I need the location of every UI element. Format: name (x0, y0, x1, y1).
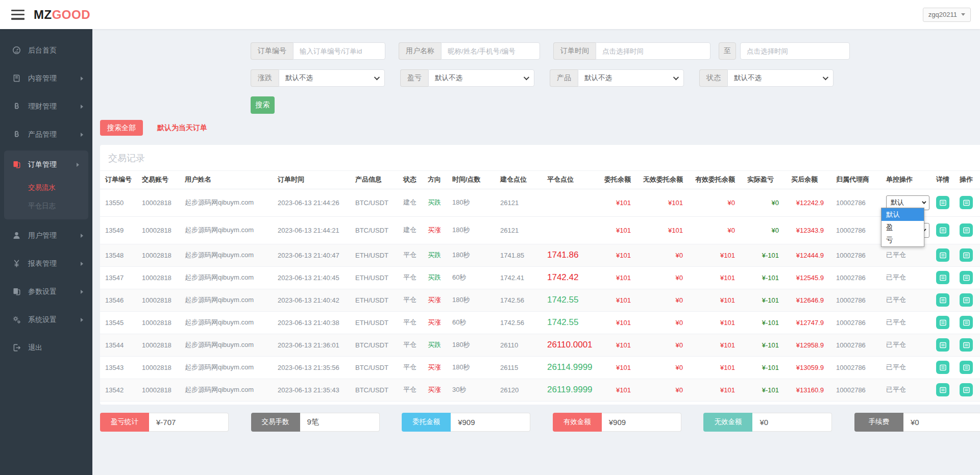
sidebar-subitem-交易流水[interactable]: 交易流水 (4, 179, 88, 197)
stat-value: ¥909 (451, 413, 530, 432)
cell-balance: ¥12242.9 (786, 189, 831, 216)
cell-id: 13543 (100, 356, 137, 379)
cell-invalid: ¥0 (638, 356, 690, 379)
sidebar-item-产品管理[interactable]: 产品管理 (0, 120, 92, 148)
operation-button[interactable] (960, 293, 973, 307)
cell-invalid: ¥0 (638, 289, 690, 311)
table-row: 1354810002818起步源码网qibuym.com2023-06-13 2… (100, 244, 980, 266)
col-header-时间/点数: 时间/点数 (447, 171, 495, 189)
list-icon (939, 386, 947, 394)
detail-button[interactable] (936, 383, 949, 396)
table-row: 1354410002818起步源码网qibuym.com2023-06-13 2… (100, 334, 980, 356)
stat-label: 有效金额 (553, 413, 602, 432)
sidebar-item-理财管理[interactable]: 理财管理 (0, 92, 92, 120)
main-content: 订单编号 用户名称 订单时间 至 涨跌 (92, 29, 980, 475)
logo-suffix: GOOD (52, 8, 90, 21)
order-time-end-input[interactable] (740, 42, 850, 60)
detail-button[interactable] (936, 196, 949, 209)
user-name-input[interactable] (441, 42, 540, 60)
status-select[interactable]: 默认不选 (727, 69, 834, 87)
sidebar-item-label: 用户管理 (28, 231, 81, 240)
product-select[interactable]: 默认不选 (578, 69, 684, 87)
dropdown-option-亏[interactable]: 亏 (881, 234, 924, 246)
cell-single-control: 已平仓 (881, 244, 931, 266)
detail-button[interactable] (936, 248, 949, 262)
trend-select[interactable]: 默认不选 (279, 69, 385, 87)
operation-button[interactable] (960, 196, 973, 209)
operation-button[interactable] (960, 248, 973, 262)
cell-period: 180秒 (447, 289, 495, 311)
cell-open: 1742.41 (495, 266, 542, 289)
user-menu[interactable]: zgq20211 (923, 8, 971, 22)
cell-entrust: ¥101 (599, 189, 638, 216)
operation-button[interactable] (960, 383, 973, 396)
cell-detail-button (931, 189, 954, 216)
hamburger-menu-icon[interactable] (11, 10, 24, 20)
detail-button[interactable] (936, 338, 949, 352)
sidebar-item-用户管理[interactable]: 用户管理 (0, 221, 92, 249)
cell-operation-button (954, 311, 980, 334)
cell-valid: ¥0 (690, 189, 742, 216)
operation-button[interactable] (960, 223, 973, 237)
detail-button[interactable] (936, 361, 949, 374)
sidebar-item-label: 系统设置 (28, 315, 81, 324)
sidebar-item-参数设置[interactable]: 参数设置 (0, 278, 92, 306)
cell-agent: 10002786 (831, 356, 881, 379)
operation-button[interactable] (960, 338, 973, 352)
col-header-归属代理商: 归属代理商 (831, 171, 881, 189)
col-header-方向: 方向 (423, 171, 447, 189)
cell-operation-button (954, 266, 980, 289)
detail-button[interactable] (936, 316, 949, 329)
cell-entrust: ¥101 (599, 289, 638, 311)
cell-profit: ¥-101 (742, 266, 786, 289)
cell-status: 平仓 (398, 334, 423, 356)
search-all-button[interactable]: 搜索全部 (100, 120, 143, 136)
cell-valid: ¥101 (690, 289, 742, 311)
cell-single-control: 已平仓 (881, 356, 931, 379)
cell-profit: ¥-101 (742, 311, 786, 334)
table-row: 1354710002818起步源码网qibuym.com2023-06-13 2… (100, 266, 980, 289)
order-no-input[interactable] (293, 42, 385, 60)
cell-account: 10002818 (137, 266, 180, 289)
dropdown-option-默认[interactable]: 默认 (881, 208, 924, 221)
cell-agent: 10002786 (831, 244, 881, 266)
cell-detail-button (931, 334, 954, 356)
detail-button[interactable] (936, 223, 949, 237)
col-header-订单时间: 订单时间 (273, 171, 350, 189)
table-row: 1354210002818起步源码网qibuym.com2023-06-13 2… (100, 379, 980, 401)
cell-direction: 买跌 (423, 244, 447, 266)
operation-button[interactable] (960, 361, 973, 374)
cell-period: 180秒 (447, 356, 495, 379)
stat-value: ¥0 (752, 413, 832, 432)
cell-period: 180秒 (447, 334, 495, 356)
operation-button[interactable] (960, 316, 973, 329)
table-row: 1354610002818起步源码网qibuym.com2023-06-13 2… (100, 289, 980, 311)
sidebar-item-订单管理[interactable]: 订单管理 (4, 151, 88, 179)
cell-profit: ¥-101 (742, 379, 786, 401)
product-label: 产品 (550, 69, 578, 87)
cell-account: 10002818 (137, 244, 180, 266)
sidebar-item-报表管理[interactable]: 报表管理 (0, 249, 92, 278)
cell-agent: 10002786 (831, 216, 881, 244)
operation-button[interactable] (960, 271, 973, 284)
cell-entrust: ¥101 (599, 311, 638, 334)
dashboard-icon (12, 46, 21, 55)
profit-select[interactable]: 默认不选 (428, 69, 534, 87)
cell-entrust: ¥101 (599, 379, 638, 401)
cell-product: BTC/USDT (350, 379, 398, 401)
cell-status: 建仓 (398, 216, 423, 244)
chevron-down-icon (524, 74, 529, 80)
search-button[interactable]: 搜索 (251, 96, 275, 114)
detail-button[interactable] (936, 271, 949, 284)
sidebar-item-内容管理[interactable]: 内容管理 (0, 64, 92, 92)
sidebar-item-退出[interactable]: 退出 (0, 334, 92, 362)
sidebar-item-系统设置[interactable]: 系统设置 (0, 306, 92, 334)
cell-status: 平仓 (398, 311, 423, 334)
order-time-start-input[interactable] (596, 42, 710, 60)
stat-委托金额: 委托金额¥909 (402, 413, 530, 432)
dropdown-option-盈[interactable]: 盈 (881, 221, 924, 234)
sidebar-subitem-平仓日志[interactable]: 平仓日志 (4, 197, 88, 215)
sidebar-item-后台首页[interactable]: 后台首页 (0, 36, 92, 64)
detail-button[interactable] (936, 293, 949, 307)
col-header-委托余额: 委托余额 (599, 171, 638, 189)
